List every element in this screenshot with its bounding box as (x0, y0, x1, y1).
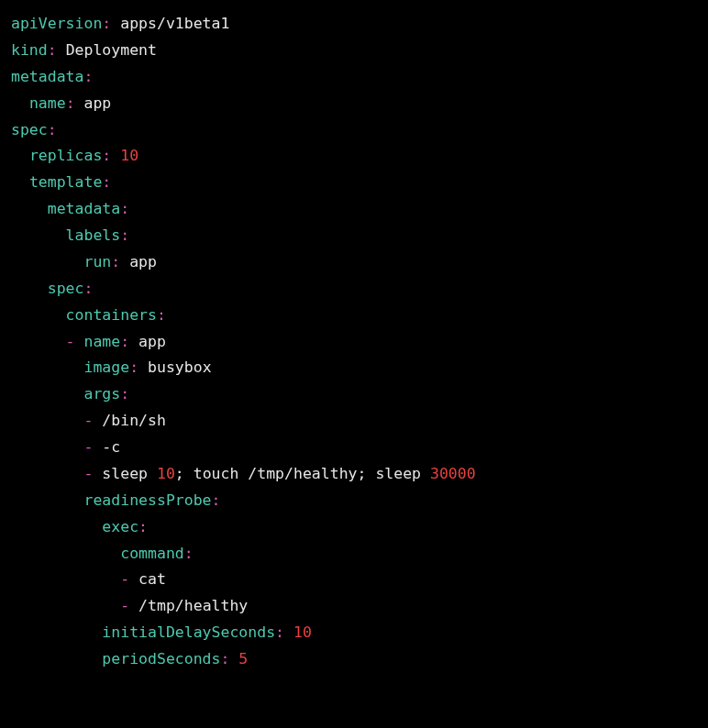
key-run: run (83, 253, 111, 270)
val-image: busybox (148, 358, 212, 376)
val-apiVersion: apps/v1beta1 (120, 15, 229, 32)
arg-3-n1: 10 (157, 465, 175, 482)
cmd-2: /tmp/healthy (138, 597, 248, 614)
cmd-1: cat (138, 570, 166, 588)
key-image: image (83, 358, 129, 376)
key-container-name: name (83, 333, 120, 350)
key-template-spec: spec (48, 280, 84, 297)
key-kind: kind (11, 41, 48, 59)
val-initialDelaySeconds: 10 (293, 623, 312, 641)
key-name: name (29, 94, 66, 112)
key-command: command (120, 545, 184, 562)
val-kind: Deployment (66, 41, 157, 59)
key-exec: exec (102, 518, 138, 535)
key-containers: containers (66, 306, 157, 324)
val-periodSeconds: 5 (238, 650, 248, 667)
arg-3a: sleep (102, 465, 157, 482)
key-labels: labels (66, 226, 121, 244)
key-apiVersion: apiVersion (11, 15, 102, 32)
key-periodSeconds: periodSeconds (102, 650, 220, 667)
key-initialDelaySeconds: initialDelaySeconds (102, 623, 275, 641)
val-name: app (84, 94, 112, 112)
val-replicas: 10 (120, 147, 138, 164)
val-container-name: app (138, 333, 166, 350)
arg-1: /bin/sh (102, 412, 166, 429)
key-template-metadata: metadata (48, 200, 120, 217)
key-template: template (29, 173, 102, 191)
key-metadata: metadata (11, 68, 83, 85)
key-readinessProbe: readinessProbe (83, 491, 211, 509)
arg-3-n2: 30000 (430, 465, 476, 482)
yaml-code-block: apiVersion: apps/v1beta1 kind: Deploymen… (11, 11, 697, 673)
key-args: args (83, 385, 120, 403)
arg-3b: ; touch /tmp/healthy; sleep (175, 465, 430, 482)
val-run: app (129, 253, 157, 270)
key-spec: spec (11, 121, 48, 138)
arg-2: -c (102, 438, 120, 456)
key-replicas: replicas (29, 147, 102, 164)
